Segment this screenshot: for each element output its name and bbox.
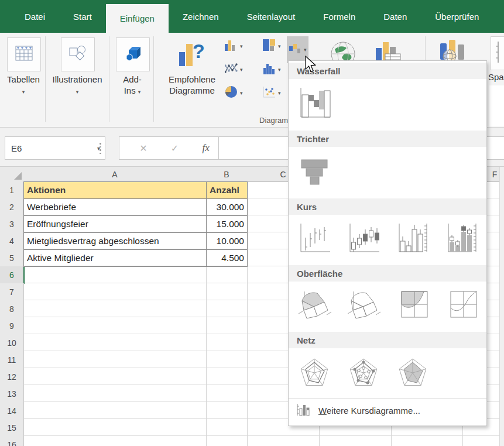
tables-button-label: Tabellen ▾: [0, 74, 47, 96]
section-header-oberflaeche: Oberfläche: [289, 265, 486, 282]
cell-a2[interactable]: Werbebriefe: [24, 199, 207, 216]
add-ins-cube-icon: [124, 44, 142, 64]
cancel-icon[interactable]: ✕: [139, 143, 147, 154]
illustrations-button[interactable]: [61, 37, 95, 71]
more-stock-charts-item[interactable]: Weitere Kursdiagramme...: [289, 399, 486, 422]
stock-chart-small-icon: [296, 403, 310, 418]
radar-thumbnail[interactable]: [296, 354, 332, 390]
row-header[interactable]: 15: [0, 419, 24, 437]
formula-bar-splitter[interactable]: [100, 143, 101, 154]
funnel-chart-thumbnail[interactable]: [296, 152, 332, 188]
name-box-value: E6: [11, 143, 22, 153]
row-header[interactable]: 7: [0, 283, 24, 301]
insert-scatter-chart-button[interactable]: ▾: [261, 85, 283, 101]
tab-zeichnen[interactable]: Zeichnen: [169, 0, 233, 33]
row-header[interactable]: 9: [0, 317, 24, 335]
row-header[interactable]: 1: [0, 181, 24, 199]
recommended-charts-button[interactable]: ?: [173, 37, 211, 70]
tab-datei[interactable]: Datei: [11, 0, 59, 33]
column-chart-icon: [225, 39, 238, 53]
scatter-chart-icon: [263, 86, 276, 100]
waterfall-chart-thumbnail[interactable]: [296, 84, 332, 121]
chevron-down-icon: ▾: [240, 91, 243, 96]
chevron-down-icon: ▾: [278, 91, 281, 96]
column-header-b[interactable]: B: [206, 167, 248, 182]
cell-b3[interactable]: 15.000: [207, 216, 248, 233]
tab-ueberpruefen[interactable]: Überprüfen: [421, 0, 493, 33]
stock-vohlc-thumbnail[interactable]: [444, 220, 480, 256]
sparkline-button-fragment[interactable]: [491, 36, 504, 70]
treemap-chart-icon: [263, 39, 276, 53]
ribbon-tab-bar: Datei Start Einfügen Zeichnen Seitenlayo…: [0, 0, 504, 33]
cell-a1[interactable]: Aktionen: [24, 182, 207, 199]
row-header[interactable]: 8: [0, 300, 24, 318]
row-header[interactable]: 10: [0, 334, 24, 352]
tab-formeln[interactable]: Formeln: [309, 0, 369, 33]
line-chart-icon: [225, 63, 238, 77]
cell-b5[interactable]: 4.500: [207, 250, 248, 267]
tab-start[interactable]: Start: [59, 0, 106, 33]
stock-vhlc-thumbnail[interactable]: [395, 220, 431, 256]
radar-with-markers-thumbnail[interactable]: [345, 354, 382, 390]
cell-b2[interactable]: 30.000: [207, 199, 248, 216]
chevron-down-icon: ▾: [240, 67, 243, 73]
row-header[interactable]: 3: [0, 215, 24, 233]
cell-b1[interactable]: Anzahl: [207, 182, 248, 199]
insert-column-chart-button[interactable]: ▾: [223, 39, 245, 54]
waterfall-chart-icon: [289, 43, 301, 57]
chevron-down-icon: ▾: [138, 89, 141, 95]
svg-text:?: ?: [193, 40, 205, 62]
vertical-scrollbar[interactable]: [499, 167, 504, 446]
row-header[interactable]: 14: [0, 402, 24, 420]
row-header[interactable]: 13: [0, 385, 24, 403]
insert-statistic-chart-button[interactable]: ▾: [261, 62, 283, 77]
add-ins-button[interactable]: [116, 37, 150, 71]
contour-thumbnail[interactable]: [395, 287, 431, 323]
row-header-active[interactable]: 6: [0, 266, 25, 284]
name-box[interactable]: E6 ▾: [5, 136, 105, 160]
recommended-charts-icon: ?: [178, 38, 206, 70]
row-header[interactable]: 16: [0, 436, 24, 446]
shapes-icon: [69, 45, 87, 64]
row-header[interactable]: 5: [0, 249, 24, 267]
enter-icon[interactable]: ✓: [171, 143, 179, 154]
cell-a3[interactable]: Eröffnungsfeier: [24, 216, 207, 233]
surface-3d-thumbnail[interactable]: [296, 287, 332, 323]
chevron-down-icon: ▾: [76, 89, 79, 95]
tab-einfuegen[interactable]: Einfügen: [106, 4, 169, 33]
row-header[interactable]: 2: [0, 198, 24, 216]
mouse-cursor: [305, 56, 318, 76]
add-ins-button-label: Add- Ins ▾: [115, 74, 150, 96]
insert-pie-chart-button[interactable]: ▾: [223, 85, 245, 101]
row-header[interactable]: 4: [0, 232, 24, 250]
sparkline-label-fragment: Spar: [488, 71, 504, 83]
cell-a5[interactable]: Aktive Mitglieder: [24, 250, 207, 267]
chart-type-dropdown: Wasserfall Trichter: [288, 60, 487, 426]
cell-a4[interactable]: Mietgliedsvertrag abgeschlossen: [24, 233, 207, 250]
more-stock-charts-label: Weitere Kursdiagramme...: [318, 406, 420, 416]
stock-ohlc-thumbnail[interactable]: [345, 220, 382, 256]
tab-seitenlayout[interactable]: Seitenlayout: [233, 0, 310, 33]
insert-function-icon[interactable]: fx: [203, 142, 210, 154]
tables-button[interactable]: [7, 37, 41, 71]
select-all-button[interactable]: [0, 167, 24, 182]
insert-line-chart-button[interactable]: ▾: [223, 62, 245, 77]
formula-buttons: ✕ ✓ fx: [119, 136, 230, 160]
stock-hlc-thumbnail[interactable]: [296, 220, 332, 256]
cell-b4[interactable]: 10.000: [207, 233, 248, 250]
insert-hierarchy-chart-button[interactable]: ▾: [261, 39, 283, 54]
surface-wireframe-thumbnail[interactable]: [345, 287, 382, 323]
row-header[interactable]: 11: [0, 351, 24, 369]
excel-window: Datei Start Einfügen Zeichnen Seitenlayo…: [0, 0, 504, 446]
recommended-charts-label: Empfohlene Diagramme: [165, 74, 219, 96]
group-divider: [109, 36, 109, 122]
group-divider: [153, 36, 154, 122]
chevron-down-icon: ▾: [278, 44, 281, 49]
column-header-a[interactable]: A: [23, 167, 207, 182]
row-header[interactable]: 12: [0, 368, 24, 386]
table-icon: [15, 46, 33, 63]
radar-filled-thumbnail[interactable]: [395, 354, 431, 390]
tab-daten[interactable]: Daten: [369, 0, 421, 33]
pie-chart-icon: [225, 85, 238, 101]
contour-wireframe-thumbnail[interactable]: [444, 287, 480, 323]
